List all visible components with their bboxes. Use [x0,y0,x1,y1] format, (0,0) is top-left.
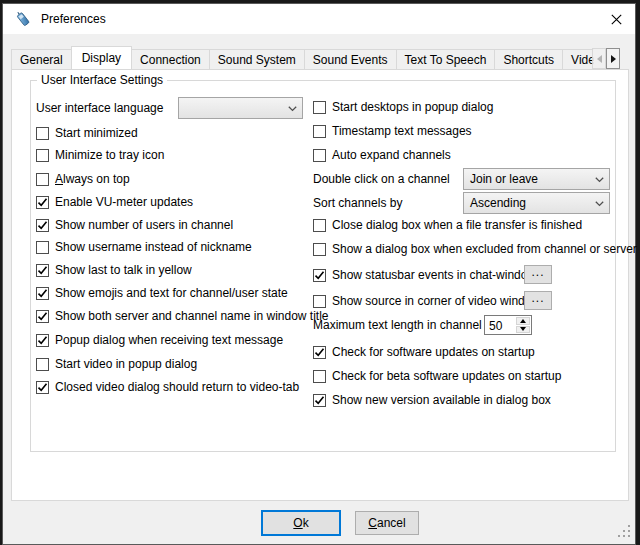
close-icon [611,14,622,25]
chevron-left-icon [597,55,602,63]
titlebar: Preferences [3,4,635,34]
checkbox-row-check-for-beta-software-updates-on-startup[interactable]: Check for beta software updates on start… [313,365,617,387]
label-maximum-text-length-in-channel-list: Maximum text length in channel list [313,318,500,332]
tab-general[interactable]: General [11,49,72,69]
label-start-desktops-in-popup-dialog: Start desktops in popup dialog [332,100,493,114]
preferences-window: Preferences GeneralDisplayConnectionSoun… [2,3,636,545]
tab-scroll-right-button[interactable] [606,48,620,69]
checkbox-close-dialog-box-when-a-file-transfer-is-finished[interactable] [313,219,326,232]
label-show-source-in-corner-of-video-window: Show source in corner of video window [332,294,540,308]
spin-value[interactable]: 50 [485,316,515,334]
label-close-dialog-box-when-a-file-transfer-is-finished: Close dialog box when a file transfer is… [332,218,582,232]
tab-bar: GeneralDisplayConnectionSound SystemSoun… [11,46,594,69]
checkbox-row-timestamp-text-messages[interactable]: Timestamp text messages [313,120,617,142]
label-auto-expand-channels: Auto expand channels [332,148,451,162]
tab-sound-events[interactable]: Sound Events [304,49,397,69]
checkbox-row-show-statusbar-events-in-chat-window[interactable]: Show statusbar events in chat-window... [313,264,617,286]
row-double-click-on-a-channel: Double click on a channelJoin or leave [313,168,617,190]
tab-shortcuts[interactable]: Shortcuts [494,49,563,69]
checkmark-icon [314,270,325,281]
label-show-new-version-available-in-dialog-box: Show new version available in dialog box [332,393,551,407]
chevron-down-icon [595,177,604,183]
tab-scroll-left-button[interactable] [592,48,606,69]
tab-sound-system[interactable]: Sound System [209,49,305,69]
tab-panel-display: User Interface Settings User interface l… [11,69,629,501]
combo-value-sort-channels-by: Ascending [470,196,526,210]
checkmark-icon [314,395,325,406]
row-maximum-text-length-in-channel-list: Maximum text length in channel list50 [313,314,617,336]
ok-button[interactable]: Ok [261,510,341,536]
spin-down-button[interactable] [516,326,530,334]
label-check-for-beta-software-updates-on-startup: Check for beta software updates on start… [332,369,561,383]
label-sort-channels-by: Sort channels by [313,196,402,210]
checkbox-row-start-desktops-in-popup-dialog[interactable]: Start desktops in popup dialog [313,96,617,118]
checkbox-show-source-in-corner-of-video-window[interactable] [313,295,326,308]
cancel-button[interactable]: Cancel [355,511,419,535]
combo-double-click-on-a-channel[interactable]: Join or leave [463,168,610,190]
arrow-down-icon [520,327,526,331]
show-statusbar-events-in-chat-window-ellipsis-button[interactable]: ... [524,265,552,284]
checkbox-row-auto-expand-channels[interactable]: Auto expand channels [313,144,617,166]
app-icon [14,10,32,28]
checkbox-auto-expand-channels[interactable] [313,149,326,162]
checkbox-row-show-new-version-available-in-dialog-box[interactable]: Show new version available in dialog box [313,389,617,411]
checkbox-row-show-a-dialog-box-when-excluded-from-channel-or-server[interactable]: Show a dialog box when excluded from cha… [313,238,617,260]
checkbox-row-check-for-software-updates-on-startup[interactable]: Check for software updates on startup [313,341,617,363]
spin-up-button[interactable] [516,317,530,325]
tab-connection[interactable]: Connection [131,49,210,69]
checkbox-check-for-beta-software-updates-on-startup[interactable] [313,370,326,383]
row-sort-channels-by: Sort channels byAscending [313,192,617,214]
group-title: User Interface Settings [37,73,167,87]
checkbox-row-close-dialog-box-when-a-file-transfer-is-finished[interactable]: Close dialog box when a file transfer is… [313,214,617,236]
resize-grip[interactable] [616,523,630,537]
right-column: Start desktops in popup dialogTimestamp … [31,81,615,451]
spinner-buttons [515,316,531,334]
tab-display[interactable]: Display [71,46,132,69]
checkbox-show-statusbar-events-in-chat-window[interactable] [313,269,326,282]
checkmark-icon [314,347,325,358]
tab-video[interactable]: Video [562,49,594,69]
show-source-in-corner-of-video-window-ellipsis-button[interactable]: ... [524,291,552,310]
label-show-a-dialog-box-when-excluded-from-channel-or-server: Show a dialog box when excluded from cha… [332,242,637,256]
checkbox-start-desktops-in-popup-dialog[interactable] [313,101,326,114]
combo-value-double-click-on-a-channel: Join or leave [470,172,538,186]
label-show-statusbar-events-in-chat-window: Show statusbar events in chat-window [332,268,536,282]
group-user-interface-settings: User Interface Settings User interface l… [30,80,616,452]
close-button[interactable] [600,4,632,34]
tab-text-to-speech[interactable]: Text To Speech [396,49,496,69]
checkbox-check-for-software-updates-on-startup[interactable] [313,346,326,359]
label-timestamp-text-messages: Timestamp text messages [332,124,472,138]
arrow-up-icon [520,319,526,323]
checkbox-show-a-dialog-box-when-excluded-from-channel-or-server[interactable] [313,243,326,256]
label-check-for-software-updates-on-startup: Check for software updates on startup [332,345,535,359]
combo-sort-channels-by[interactable]: Ascending [463,192,610,214]
window-title: Preferences [41,12,106,26]
spinbox-maximum-text-length-in-channel-list[interactable]: 50 [484,315,532,335]
chevron-down-icon [595,201,604,207]
label-double-click-on-a-channel: Double click on a channel [313,172,450,186]
checkbox-timestamp-text-messages[interactable] [313,125,326,138]
checkbox-row-show-source-in-corner-of-video-window[interactable]: Show source in corner of video window... [313,290,617,312]
chevron-right-icon [611,55,616,63]
checkbox-show-new-version-available-in-dialog-box[interactable] [313,394,326,407]
